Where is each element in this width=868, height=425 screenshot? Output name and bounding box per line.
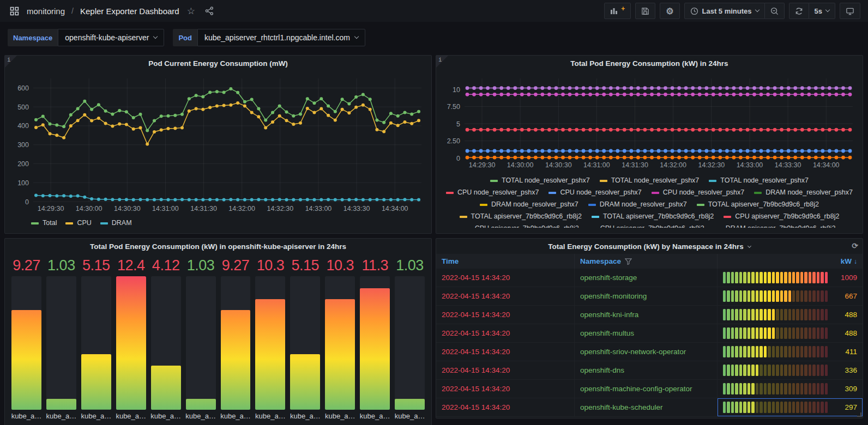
svg-text:14:32:30: 14:32:30 (698, 161, 725, 169)
filter-icon[interactable] (625, 258, 632, 265)
bar-gauge-fill (221, 310, 251, 410)
zoom-out-button[interactable] (765, 3, 785, 19)
share-icon[interactable] (203, 5, 216, 16)
legend-item[interactable]: CPU node_resolver_pshx7 (652, 187, 744, 198)
refresh-icon (795, 7, 803, 15)
legend-item[interactable]: DRAM apiserver_7b9bc9d9c6_rb8j2 (714, 223, 836, 228)
svg-text:600: 600 (17, 84, 29, 92)
bar-gauge-fill (255, 299, 285, 410)
dashboard-settings-button[interactable]: ⚙ (660, 3, 679, 19)
legend-item[interactable]: TOTAL node_resolver_pshx7 (709, 175, 809, 186)
legend-item[interactable]: TOTAL node_resolver_pshx7 (490, 175, 590, 186)
legend-item[interactable]: CPU apiserver_7b9bc9d9c6_rb8j2 (589, 223, 704, 228)
legend-label: DRAM node_resolver_pshx7 (765, 187, 853, 198)
legend-item[interactable]: CPU node_resolver_pshx7 (548, 187, 641, 198)
panel-title-total-24h[interactable]: Total Pod Energy Consumption (kW) in 24h… (436, 56, 863, 71)
bar-gauge-value: 1.03 (396, 256, 424, 275)
bar-gauge-column: 5.15kube_a… (290, 256, 320, 420)
chevron-down-icon (153, 34, 158, 39)
bar-gauge-value: 5.15 (292, 256, 320, 275)
svg-text:100: 100 (17, 179, 29, 187)
bar-gauge-fill (290, 354, 320, 410)
bar-gauge-column: 1.03kube_a… (395, 256, 425, 420)
bar-gauge-column: 5.15kube_a… (81, 256, 111, 420)
bar-gauge-value: 10.3 (326, 256, 354, 275)
panel-title-namespace-table[interactable]: Total Energy Consumption (kW) by Namespa… (436, 239, 863, 254)
legend-item[interactable]: CPU apiserver_7b9bc9d9c6_rb8j2 (463, 223, 579, 228)
legend-swatch (724, 216, 731, 218)
breadcrumb-dashboard-title[interactable]: Kepler Exporter Dashboard (80, 7, 179, 16)
svg-text:14:31:00: 14:31:00 (152, 205, 179, 212)
svg-text:14:29:30: 14:29:30 (469, 161, 496, 169)
table-header-time[interactable]: Time (436, 254, 575, 269)
svg-text:14:29:30: 14:29:30 (38, 205, 64, 212)
save-dashboard-button[interactable] (635, 3, 655, 19)
bar-gauge-column: 12.4kube_a… (116, 256, 146, 420)
refresh-interval-picker[interactable]: 5s (809, 3, 835, 19)
bar-gauge-track (116, 276, 146, 410)
bar-gauge-fill (11, 310, 41, 410)
variable-pod-label: Pod (173, 29, 197, 46)
bar-gauge-track (11, 276, 41, 410)
table-row: 2022-04-15 14:34:20openshift-multus488 (436, 324, 863, 343)
table-row: 2022-04-15 14:34:20openshift-machine-con… (436, 380, 863, 398)
table-header-namespace[interactable]: Namespace (575, 254, 718, 269)
legend-item[interactable]: CPU (65, 218, 91, 228)
lcd-gauge (723, 383, 828, 394)
legend-item[interactable]: TOTAL apiserver_7b9bc9d9c6_rb8j2 (592, 211, 714, 222)
cell-kw-value: 1009 (833, 274, 857, 282)
panel-refresh-icon[interactable]: ⟳ (852, 241, 858, 250)
legend-label: CPU apiserver_7b9bc9d9c6_rb8j2 (600, 223, 704, 228)
legend-item[interactable]: DRAM node_resolver_pshx7 (754, 187, 853, 198)
breadcrumb-separator: / (70, 7, 75, 15)
cell-kw-value: 488 (833, 329, 857, 337)
lcd-gauge (723, 402, 828, 413)
tv-mode-button[interactable] (840, 3, 860, 19)
bar-gauge-label: kube_a… (325, 410, 355, 420)
variable-pod-select[interactable]: kube_apiserver_rhtctrl1.npgcable.intel.c… (197, 29, 365, 46)
bar-gauge-value: 12.4 (117, 256, 145, 275)
cell-kw-gauge: 309 (718, 380, 863, 398)
legend-item[interactable]: TOTAL apiserver_7b9bc9d9c6_rb8j2 (697, 199, 819, 210)
total-pod-energy-chart: 02.5057.501014:29:3014:30:0014:30:3014:3… (441, 72, 858, 173)
legend-item[interactable]: Total (31, 218, 57, 228)
breadcrumb-folder[interactable]: monitoring (27, 7, 65, 16)
bar-gauge-value: 9.27 (13, 256, 40, 275)
table-row: 2022-04-15 14:34:20openshift-dns336 (436, 361, 863, 380)
cell-namespace: openshift-machine-config-operator (575, 380, 718, 398)
svg-text:14:32:00: 14:32:00 (228, 205, 255, 212)
apps-grid-icon[interactable] (8, 5, 21, 17)
add-panel-button[interactable]: + (604, 3, 631, 19)
legend-item[interactable]: DRAM node_resolver_pshx7 (588, 199, 687, 210)
table-header-kw[interactable]: kW ↓ (718, 254, 863, 269)
panel-title-pod-current[interactable]: Pod Current Energy Consumption (mW) (5, 56, 431, 71)
total-pod-energy-chart-legend: TOTAL node_resolver_pshx7TOTAL node_reso… (441, 173, 858, 228)
panel-resize-handle[interactable] (857, 412, 861, 417)
star-icon[interactable]: ☆ (185, 4, 197, 18)
refresh-dashboard-button[interactable] (789, 3, 809, 19)
bar-gauge-value: 4.12 (152, 256, 180, 275)
time-range-picker[interactable]: Last 5 minutes (684, 3, 765, 19)
variable-namespace-select[interactable]: openshift-kube-apiserver (58, 29, 164, 46)
bar-gauge-value: 11.3 (361, 256, 388, 275)
variable-namespace-value: openshift-kube-apiserver (65, 33, 149, 42)
legend-item[interactable]: TOTAL node_resolver_pshx7 (600, 175, 700, 186)
cell-namespace: openshift-kni-infra (575, 306, 718, 324)
legend-item[interactable]: DRAM (100, 218, 132, 228)
bar-gauge-value: 1.03 (47, 256, 75, 275)
legend-label: TOTAL apiserver_7b9bc9d9c6_rb8j2 (471, 211, 582, 222)
table-row: 2022-04-15 14:34:20openshift-kube-schedu… (436, 398, 863, 417)
legend-item[interactable]: DRAM node_resolver_pshx7 (480, 199, 578, 210)
legend-item[interactable]: TOTAL apiserver_7b9bc9d9c6_rb8j2 (460, 211, 582, 222)
bar-gauge-fill (395, 399, 425, 410)
lcd-gauge (723, 327, 828, 339)
panel-title-bargauge[interactable]: Total Pod Energy Consumption (kW) in ope… (5, 239, 431, 254)
sort-desc-icon: ↓ (854, 258, 857, 265)
legend-label: CPU node_resolver_pshx7 (663, 187, 744, 198)
bar-gauge-column: 9.27kube_a… (221, 256, 251, 420)
cell-namespace: openshift-monitoring (575, 287, 718, 305)
legend-swatch (592, 216, 599, 218)
bar-gauge-column: 10.3kube_a… (325, 256, 355, 420)
legend-item[interactable]: CPU node_resolver_pshx7 (446, 187, 539, 198)
legend-item[interactable]: CPU apiserver_7b9bc9d9c6_rb8j2 (724, 211, 839, 222)
